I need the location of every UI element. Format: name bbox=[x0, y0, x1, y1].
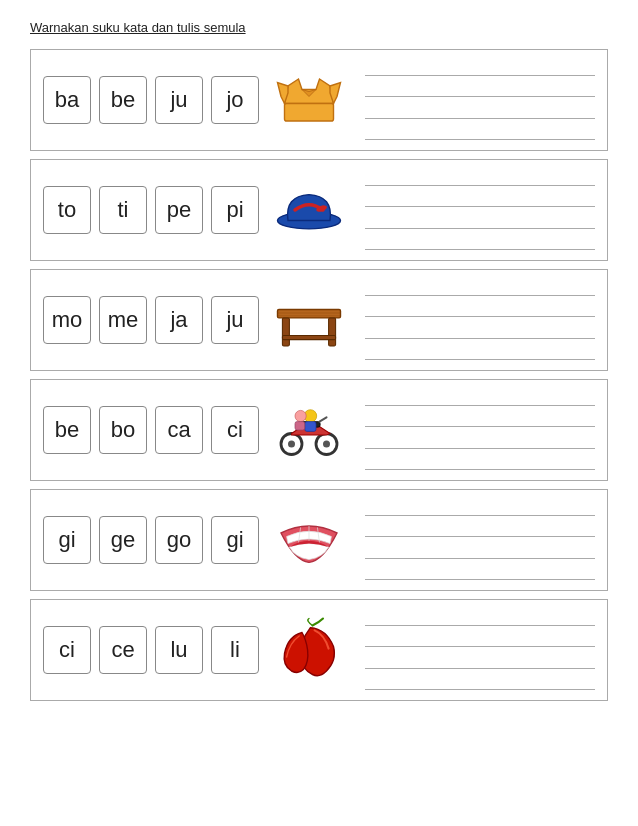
write-line-2-1 bbox=[365, 170, 595, 186]
write-line-1-4 bbox=[365, 125, 595, 141]
rows-container: babejujo totipepi momejaju bebocaci bbox=[30, 49, 608, 701]
row-4: bebocaci bbox=[30, 379, 608, 481]
syllable-1-1: ba bbox=[43, 76, 91, 124]
image-mouth bbox=[269, 500, 349, 580]
syllables-row-3: momejaju bbox=[43, 296, 259, 344]
svg-rect-4 bbox=[285, 104, 334, 122]
write-line-3-2 bbox=[365, 302, 595, 318]
syllable-3-4: ju bbox=[211, 296, 259, 344]
write-area-row-1 bbox=[365, 60, 595, 140]
page-title: Warnakan suku kata dan tulis semula bbox=[30, 20, 608, 35]
write-line-5-2 bbox=[365, 522, 595, 538]
write-line-3-1 bbox=[365, 280, 595, 296]
write-line-3-4 bbox=[365, 345, 595, 361]
svg-rect-8 bbox=[282, 318, 289, 346]
write-line-3-3 bbox=[365, 323, 595, 339]
syllables-row-6: ciceluli bbox=[43, 626, 259, 674]
syllable-2-1: to bbox=[43, 186, 91, 234]
syllable-2-3: pe bbox=[155, 186, 203, 234]
syllable-6-3: lu bbox=[155, 626, 203, 674]
row-5: gigegogi bbox=[30, 489, 608, 591]
syllable-1-3: ju bbox=[155, 76, 203, 124]
write-line-2-2 bbox=[365, 192, 595, 208]
syllable-4-3: ca bbox=[155, 406, 203, 454]
syllable-5-1: gi bbox=[43, 516, 91, 564]
syllable-6-2: ce bbox=[99, 626, 147, 674]
write-line-6-4 bbox=[365, 675, 595, 691]
syllables-row-5: gigegogi bbox=[43, 516, 259, 564]
write-area-row-2 bbox=[365, 170, 595, 250]
syllable-3-1: mo bbox=[43, 296, 91, 344]
write-line-4-3 bbox=[365, 433, 595, 449]
row-3: momejaju bbox=[30, 269, 608, 371]
write-line-4-1 bbox=[365, 390, 595, 406]
syllable-6-4: li bbox=[211, 626, 259, 674]
svg-rect-20 bbox=[305, 422, 316, 432]
row-1: babejujo bbox=[30, 49, 608, 151]
svg-point-16 bbox=[323, 441, 330, 448]
syllable-4-4: ci bbox=[211, 406, 259, 454]
svg-point-21 bbox=[295, 410, 306, 421]
write-area-row-6 bbox=[365, 610, 595, 690]
row-2: totipepi bbox=[30, 159, 608, 261]
write-area-row-3 bbox=[365, 280, 595, 360]
write-line-5-4 bbox=[365, 565, 595, 581]
image-table bbox=[269, 280, 349, 360]
syllable-2-4: pi bbox=[211, 186, 259, 234]
write-line-6-3 bbox=[365, 653, 595, 669]
syllable-3-2: me bbox=[99, 296, 147, 344]
syllable-5-2: ge bbox=[99, 516, 147, 564]
write-line-1-1 bbox=[365, 60, 595, 76]
syllable-2-2: ti bbox=[99, 186, 147, 234]
svg-rect-9 bbox=[329, 318, 336, 346]
svg-point-15 bbox=[288, 441, 295, 448]
image-chili bbox=[269, 610, 349, 690]
image-hat bbox=[269, 170, 349, 250]
svg-line-18 bbox=[320, 417, 327, 421]
svg-rect-10 bbox=[282, 335, 335, 339]
syllables-row-2: totipepi bbox=[43, 186, 259, 234]
image-shirt bbox=[269, 60, 349, 140]
write-line-1-3 bbox=[365, 103, 595, 119]
write-line-5-1 bbox=[365, 500, 595, 516]
syllables-row-4: bebocaci bbox=[43, 406, 259, 454]
write-line-5-3 bbox=[365, 543, 595, 559]
syllable-1-4: jo bbox=[211, 76, 259, 124]
syllable-4-2: bo bbox=[99, 406, 147, 454]
image-motorbike bbox=[269, 390, 349, 470]
syllable-3-3: ja bbox=[155, 296, 203, 344]
write-area-row-4 bbox=[365, 390, 595, 470]
write-line-6-1 bbox=[365, 610, 595, 626]
syllable-4-1: be bbox=[43, 406, 91, 454]
row-6: ciceluli bbox=[30, 599, 608, 701]
syllables-row-1: babejujo bbox=[43, 76, 259, 124]
write-line-4-4 bbox=[365, 455, 595, 471]
write-line-2-3 bbox=[365, 213, 595, 229]
svg-rect-22 bbox=[295, 422, 305, 430]
syllable-5-4: gi bbox=[211, 516, 259, 564]
write-line-2-4 bbox=[365, 235, 595, 251]
svg-rect-7 bbox=[278, 310, 341, 318]
write-line-1-2 bbox=[365, 82, 595, 98]
write-line-4-2 bbox=[365, 412, 595, 428]
syllable-5-3: go bbox=[155, 516, 203, 564]
write-area-row-5 bbox=[365, 500, 595, 580]
syllable-1-2: be bbox=[99, 76, 147, 124]
syllable-6-1: ci bbox=[43, 626, 91, 674]
write-line-6-2 bbox=[365, 632, 595, 648]
